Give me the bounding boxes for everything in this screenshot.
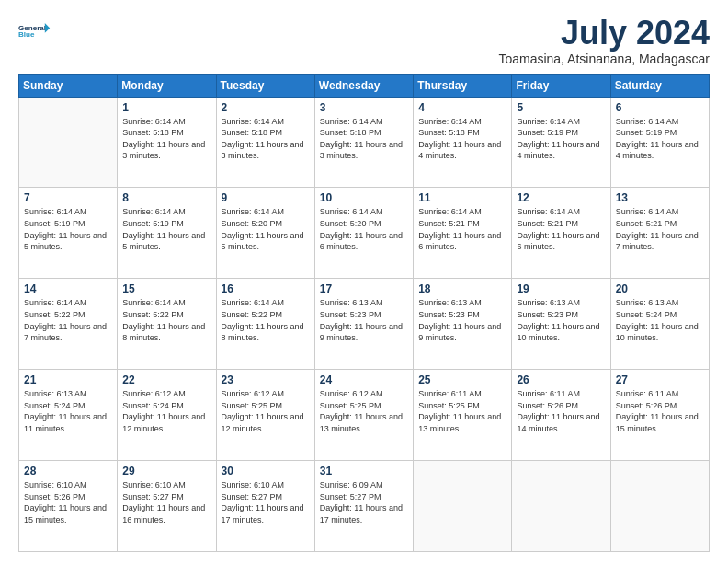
day-info: Sunrise: 6:14 AMSunset: 5:19 PMDaylight:…	[24, 206, 112, 252]
day-number: 18	[418, 282, 506, 295]
table-cell: 3 Sunrise: 6:14 AMSunset: 5:18 PMDayligh…	[314, 97, 413, 188]
day-info: Sunrise: 6:12 AMSunset: 5:25 PMDaylight:…	[320, 388, 408, 434]
svg-marker-2	[45, 23, 50, 33]
table-cell: 2 Sunrise: 6:14 AMSunset: 5:18 PMDayligh…	[216, 97, 314, 188]
day-number: 4	[418, 101, 506, 114]
day-info: Sunrise: 6:09 AMSunset: 5:27 PMDaylight:…	[320, 479, 408, 525]
table-cell	[19, 97, 118, 188]
day-number: 20	[616, 282, 704, 295]
header-wednesday: Wednesday	[314, 74, 413, 97]
svg-text:Blue: Blue	[18, 30, 35, 39]
table-cell: 12 Sunrise: 6:14 AMSunset: 5:21 PMDaylig…	[512, 188, 610, 279]
day-number: 15	[122, 282, 210, 295]
day-info: Sunrise: 6:14 AMSunset: 5:19 PMDaylight:…	[616, 116, 704, 162]
day-number: 30	[222, 465, 310, 477]
day-number: 7	[24, 191, 112, 204]
day-number: 22	[122, 373, 210, 386]
day-info: Sunrise: 6:14 AMSunset: 5:22 PMDaylight:…	[24, 297, 112, 343]
header-saturday: Saturday	[610, 74, 709, 97]
day-number: 2	[222, 101, 310, 114]
table-cell: 28 Sunrise: 6:10 AMSunset: 5:26 PMDaylig…	[19, 461, 118, 552]
table-cell: 17 Sunrise: 6:13 AMSunset: 5:23 PMDaylig…	[314, 279, 413, 370]
table-cell: 6 Sunrise: 6:14 AMSunset: 5:19 PMDayligh…	[610, 97, 709, 188]
day-info: Sunrise: 6:14 AMSunset: 5:21 PMDaylight:…	[616, 206, 704, 252]
header-sunday: Sunday	[19, 74, 118, 97]
day-info: Sunrise: 6:13 AMSunset: 5:23 PMDaylight:…	[320, 297, 408, 343]
day-number: 13	[616, 191, 704, 204]
table-cell	[610, 461, 709, 552]
table-cell: 29 Sunrise: 6:10 AMSunset: 5:27 PMDaylig…	[118, 461, 216, 552]
day-number: 5	[517, 101, 605, 114]
day-info: Sunrise: 6:14 AMSunset: 5:18 PMDaylight:…	[222, 116, 310, 162]
day-info: Sunrise: 6:11 AMSunset: 5:26 PMDaylight:…	[616, 388, 704, 434]
day-number: 6	[616, 101, 704, 114]
day-info: Sunrise: 6:14 AMSunset: 5:20 PMDaylight:…	[320, 206, 408, 252]
day-info: Sunrise: 6:13 AMSunset: 5:24 PMDaylight:…	[616, 297, 704, 343]
table-cell: 23 Sunrise: 6:12 AMSunset: 5:25 PMDaylig…	[216, 370, 314, 461]
table-cell	[512, 461, 610, 552]
day-info: Sunrise: 6:12 AMSunset: 5:25 PMDaylight:…	[222, 388, 310, 434]
day-info: Sunrise: 6:14 AMSunset: 5:20 PMDaylight:…	[222, 206, 310, 252]
table-cell: 24 Sunrise: 6:12 AMSunset: 5:25 PMDaylig…	[314, 370, 413, 461]
header-friday: Friday	[512, 74, 610, 97]
table-cell: 1 Sunrise: 6:14 AMSunset: 5:18 PMDayligh…	[118, 97, 216, 188]
day-number: 16	[222, 282, 310, 295]
day-info: Sunrise: 6:14 AMSunset: 5:19 PMDaylight:…	[517, 116, 605, 162]
day-info: Sunrise: 6:14 AMSunset: 5:18 PMDaylight:…	[122, 116, 210, 162]
table-cell: 11 Sunrise: 6:14 AMSunset: 5:21 PMDaylig…	[414, 188, 512, 279]
day-info: Sunrise: 6:14 AMSunset: 5:21 PMDaylight:…	[517, 206, 605, 252]
table-cell: 20 Sunrise: 6:13 AMSunset: 5:24 PMDaylig…	[610, 279, 709, 370]
table-cell: 4 Sunrise: 6:14 AMSunset: 5:18 PMDayligh…	[414, 97, 512, 188]
day-info: Sunrise: 6:11 AMSunset: 5:26 PMDaylight:…	[517, 388, 605, 434]
weekday-header-row: Sunday Monday Tuesday Wednesday Thursday…	[19, 74, 710, 97]
day-info: Sunrise: 6:12 AMSunset: 5:24 PMDaylight:…	[122, 388, 210, 434]
day-info: Sunrise: 6:10 AMSunset: 5:26 PMDaylight:…	[24, 479, 112, 525]
week-row-3: 14 Sunrise: 6:14 AMSunset: 5:22 PMDaylig…	[19, 279, 710, 370]
day-number: 9	[222, 191, 310, 204]
calendar-table: Sunday Monday Tuesday Wednesday Thursday…	[18, 74, 710, 552]
table-cell: 30 Sunrise: 6:10 AMSunset: 5:27 PMDaylig…	[216, 461, 314, 552]
table-cell: 25 Sunrise: 6:11 AMSunset: 5:25 PMDaylig…	[414, 370, 512, 461]
month-title: July 2024	[498, 15, 710, 52]
table-cell: 7 Sunrise: 6:14 AMSunset: 5:19 PMDayligh…	[19, 188, 118, 279]
week-row-4: 21 Sunrise: 6:13 AMSunset: 5:24 PMDaylig…	[19, 370, 710, 461]
day-info: Sunrise: 6:10 AMSunset: 5:27 PMDaylight:…	[222, 479, 310, 525]
week-row-1: 1 Sunrise: 6:14 AMSunset: 5:18 PMDayligh…	[19, 97, 710, 188]
location-title: Toamasina, Atsinanana, Madagascar	[498, 52, 710, 66]
header-tuesday: Tuesday	[216, 74, 314, 97]
table-cell: 19 Sunrise: 6:13 AMSunset: 5:23 PMDaylig…	[512, 279, 610, 370]
day-info: Sunrise: 6:11 AMSunset: 5:25 PMDaylight:…	[418, 388, 506, 434]
day-number: 14	[24, 282, 112, 295]
day-info: Sunrise: 6:13 AMSunset: 5:24 PMDaylight:…	[24, 388, 112, 434]
table-cell: 16 Sunrise: 6:14 AMSunset: 5:22 PMDaylig…	[216, 279, 314, 370]
day-number: 28	[24, 465, 112, 477]
day-number: 10	[320, 191, 408, 204]
header-thursday: Thursday	[414, 74, 512, 97]
day-number: 8	[122, 191, 210, 204]
day-info: Sunrise: 6:13 AMSunset: 5:23 PMDaylight:…	[418, 297, 506, 343]
day-info: Sunrise: 6:14 AMSunset: 5:21 PMDaylight:…	[418, 206, 506, 252]
day-number: 26	[517, 373, 605, 386]
table-cell: 18 Sunrise: 6:13 AMSunset: 5:23 PMDaylig…	[414, 279, 512, 370]
day-number: 31	[320, 465, 408, 477]
day-info: Sunrise: 6:14 AMSunset: 5:18 PMDaylight:…	[320, 116, 408, 162]
logo: General Blue	[18, 15, 51, 48]
day-number: 11	[418, 191, 506, 204]
table-cell: 5 Sunrise: 6:14 AMSunset: 5:19 PMDayligh…	[512, 97, 610, 188]
day-info: Sunrise: 6:13 AMSunset: 5:23 PMDaylight:…	[517, 297, 605, 343]
day-info: Sunrise: 6:14 AMSunset: 5:19 PMDaylight:…	[122, 206, 210, 252]
day-info: Sunrise: 6:14 AMSunset: 5:18 PMDaylight:…	[418, 116, 506, 162]
table-cell: 10 Sunrise: 6:14 AMSunset: 5:20 PMDaylig…	[314, 188, 413, 279]
day-number: 3	[320, 101, 408, 114]
day-number: 21	[24, 373, 112, 386]
table-cell: 15 Sunrise: 6:14 AMSunset: 5:22 PMDaylig…	[118, 279, 216, 370]
title-block: July 2024 Toamasina, Atsinanana, Madagas…	[498, 15, 710, 66]
day-number: 23	[222, 373, 310, 386]
table-cell: 8 Sunrise: 6:14 AMSunset: 5:19 PMDayligh…	[118, 188, 216, 279]
page-header: General Blue July 2024 Toamasina, Atsina…	[18, 15, 710, 66]
day-number: 12	[517, 191, 605, 204]
header-monday: Monday	[118, 74, 216, 97]
table-cell	[414, 461, 512, 552]
day-number: 27	[616, 373, 704, 386]
week-row-2: 7 Sunrise: 6:14 AMSunset: 5:19 PMDayligh…	[19, 188, 710, 279]
